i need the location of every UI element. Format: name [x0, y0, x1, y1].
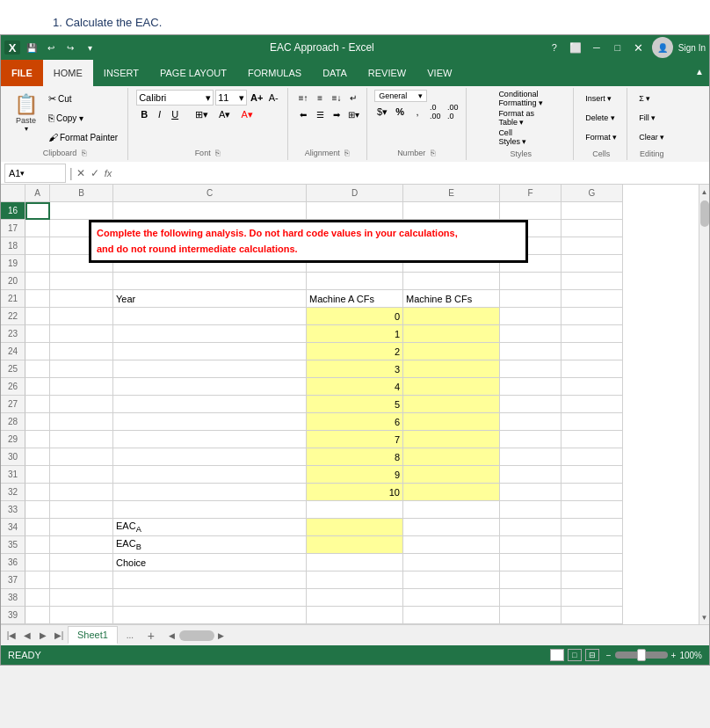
row-num-37[interactable]: 37: [1, 571, 25, 589]
cell-c27[interactable]: [113, 396, 307, 413]
alignment-expand-btn[interactable]: ⎘: [342, 148, 352, 158]
cell-b16[interactable]: [50, 202, 113, 220]
cell-d32[interactable]: 10: [307, 484, 403, 501]
save-quick-btn[interactable]: 💾: [24, 40, 40, 55]
cell-b20[interactable]: [50, 273, 113, 290]
font-name-dropdown[interactable]: ▾: [206, 92, 211, 104]
cell-a26[interactable]: [25, 378, 50, 396]
cell-a22[interactable]: [25, 308, 50, 325]
row-num-17[interactable]: 17: [1, 220, 25, 237]
cell-f32[interactable]: [500, 484, 561, 501]
tab-home[interactable]: HOME: [43, 60, 93, 86]
tab-file[interactable]: FILE: [1, 60, 43, 86]
cell-c33[interactable]: [113, 501, 307, 519]
cell-g36[interactable]: [561, 554, 623, 571]
cell-e37[interactable]: [403, 571, 500, 589]
cell-c16[interactable]: [113, 202, 307, 220]
cell-e24[interactable]: [403, 343, 500, 360]
undo-quick-btn[interactable]: ↩: [43, 40, 59, 55]
cell-f38[interactable]: [500, 589, 561, 607]
ribbon-display-btn[interactable]: ⬜: [568, 40, 583, 55]
sheet-tab-prev-btn[interactable]: ◀: [20, 629, 34, 643]
horizontal-scrollbar[interactable]: ◀ ▶: [162, 626, 706, 645]
col-header-c[interactable]: C: [113, 185, 307, 202]
normal-view-btn[interactable]: ▦: [550, 649, 564, 661]
cell-a31[interactable]: [25, 466, 50, 484]
help-btn[interactable]: ?: [547, 40, 562, 55]
row-num-32[interactable]: 32: [1, 484, 25, 501]
font-grow-btn[interactable]: A+: [249, 90, 264, 106]
cell-c21[interactable]: Year: [113, 290, 307, 308]
cell-g20[interactable]: [561, 273, 623, 290]
format-cells-btn[interactable]: Format ▾: [581, 128, 621, 146]
cell-a33[interactable]: [25, 501, 50, 519]
cell-f21[interactable]: [500, 290, 561, 308]
cell-g19[interactable]: [561, 255, 623, 273]
h-scroll-left-btn[interactable]: ◀: [165, 630, 179, 641]
cell-c22[interactable]: [113, 308, 307, 325]
cell-b28[interactable]: [50, 413, 113, 431]
cell-c28[interactable]: [113, 413, 307, 431]
cell-g22[interactable]: [561, 308, 623, 325]
cell-g32[interactable]: [561, 484, 623, 501]
cell-f36[interactable]: [500, 554, 561, 571]
cell-f30[interactable]: [500, 448, 561, 466]
cell-b22[interactable]: [50, 308, 113, 325]
cell-a39[interactable]: [25, 607, 50, 624]
fill-btn[interactable]: Fill ▾: [634, 109, 660, 127]
cell-f39[interactable]: [500, 607, 561, 624]
cell-e25[interactable]: [403, 360, 500, 378]
font-name-box[interactable]: Calibri ▾: [136, 90, 214, 106]
cell-c31[interactable]: [113, 466, 307, 484]
cell-e28[interactable]: [403, 413, 500, 431]
font-expand-btn[interactable]: ⎘: [213, 148, 223, 158]
cell-d24[interactable]: 2: [307, 343, 403, 360]
cell-c34[interactable]: EACA: [113, 519, 307, 536]
cell-a37[interactable]: [25, 571, 50, 589]
col-header-a[interactable]: A: [25, 185, 50, 202]
cell-c26[interactable]: [113, 378, 307, 396]
tab-insert[interactable]: INSERT: [93, 60, 149, 86]
cell-f28[interactable]: [500, 413, 561, 431]
cell-c39[interactable]: [113, 607, 307, 624]
cell-reference-box[interactable]: A1 ▾: [4, 164, 66, 183]
cell-a32[interactable]: [25, 484, 50, 501]
cell-c36[interactable]: Choice: [113, 554, 307, 571]
cell-f37[interactable]: [500, 571, 561, 589]
cell-g35[interactable]: [561, 536, 623, 554]
sheet-tab-last-btn[interactable]: ▶|: [52, 629, 66, 643]
format-painter-button[interactable]: 🖌Format Painter: [44, 128, 122, 146]
font-size-dropdown[interactable]: ▾: [239, 92, 244, 104]
cell-e27[interactable]: [403, 396, 500, 413]
bold-button[interactable]: B: [136, 106, 152, 122]
cell-f16[interactable]: [500, 202, 561, 220]
cell-e39[interactable]: [403, 607, 500, 624]
cell-e38[interactable]: [403, 589, 500, 607]
cell-d33[interactable]: [307, 501, 403, 519]
cell-d30[interactable]: 8: [307, 448, 403, 466]
cell-b38[interactable]: [50, 589, 113, 607]
cell-d16[interactable]: [307, 202, 403, 220]
cell-g17[interactable]: [561, 220, 623, 237]
maximize-btn[interactable]: □: [610, 40, 626, 55]
cell-e29[interactable]: [403, 431, 500, 448]
cell-b27[interactable]: [50, 396, 113, 413]
tab-view[interactable]: VIEW: [417, 60, 462, 86]
close-btn[interactable]: ✕: [631, 40, 647, 55]
cell-g25[interactable]: [561, 360, 623, 378]
align-bottom-btn[interactable]: ≡↓: [329, 90, 344, 106]
cell-b37[interactable]: [50, 571, 113, 589]
row-num-26[interactable]: 26: [1, 378, 25, 396]
row-num-34[interactable]: 34: [1, 519, 25, 536]
zoom-slider[interactable]: [615, 652, 668, 659]
cell-a27[interactable]: [25, 396, 50, 413]
cell-e31[interactable]: [403, 466, 500, 484]
cell-d35[interactable]: [307, 536, 403, 554]
cell-g31[interactable]: [561, 466, 623, 484]
cell-g29[interactable]: [561, 431, 623, 448]
cell-e21[interactable]: Machine B CFs: [403, 290, 500, 308]
align-top-btn[interactable]: ≡↑: [295, 90, 311, 106]
cell-a19[interactable]: [25, 255, 50, 273]
cell-e30[interactable]: [403, 448, 500, 466]
sheet-tab-sheet1[interactable]: Sheet1: [68, 626, 118, 644]
